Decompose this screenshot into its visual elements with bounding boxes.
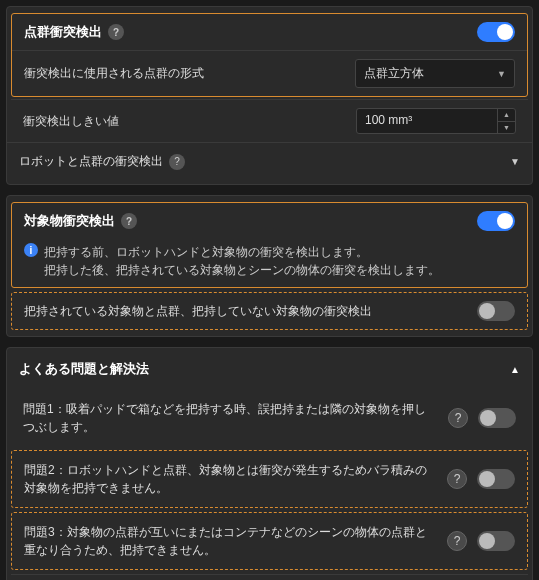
label-pointcloud-format: 衝突検出に使用される点群の形式	[24, 65, 345, 82]
section-header-target: 対象物衝突検出 ?	[12, 203, 527, 239]
pointcloud-collision-toggle[interactable]	[477, 22, 515, 42]
faq-item: 問題1：吸着パッドで箱などを把持する時、誤把持または隣の対象物を押しつぶします。…	[11, 390, 528, 446]
section-header-faq[interactable]: よくある問題と解決法 ▲	[7, 352, 532, 386]
row-held-target-collision: 把持されている対象物と点群、把持していない対象物の衝突検出	[12, 293, 527, 329]
faq-text: 問題2：ロボットハンドと点群、対象物とは衝突が発生するためバラ積みの対象物を把持…	[24, 461, 431, 497]
help-icon[interactable]: ?	[447, 469, 467, 489]
chevron-up-icon: ▲	[510, 364, 520, 375]
chevron-down-icon: ▼	[497, 69, 506, 79]
dropdown-pointcloud-format[interactable]: 点群立方体 ▼	[355, 59, 515, 88]
row-pointcloud-format: 衝突検出に使用される点群の形式 点群立方体 ▼	[12, 50, 527, 96]
faq-item-wrap: 問題3：対象物の点群が互いにまたはコンテナなどのシーンの物体の点群と重なり合うた…	[11, 512, 528, 570]
highlight-box-3: 把持されている対象物と点群、把持していない対象物の衝突検出	[11, 292, 528, 330]
faq-item: 問題4：混載パレタイジングのプロジェクトでは箱のサイズがバラバラで衝突が発生しま…	[11, 574, 528, 580]
label-threshold: 衝突検出しきい値	[23, 113, 346, 130]
stepper-down-icon[interactable]: ▼	[498, 122, 515, 134]
help-icon[interactable]: ?	[447, 531, 467, 551]
faq-panel: よくある問題と解決法 ▲ 問題1：吸着パッドで箱などを把持する時、誤把持または隣…	[6, 347, 533, 580]
threshold-value: 100 mm³	[357, 109, 497, 133]
target-collision-panel: 対象物衝突検出 ? i 把持する前、ロボットハンドと対象物の衝突を検出します。 …	[6, 195, 533, 337]
target-collision-toggle[interactable]	[477, 211, 515, 231]
faq-item: 問題2：ロボットハンドと点群、対象物とは衝突が発生するためバラ積みの対象物を把持…	[12, 451, 527, 507]
threshold-stepper[interactable]: 100 mm³ ▲ ▼	[356, 108, 516, 134]
faq-text: 問題1：吸着パッドで箱などを把持する時、誤把持または隣の対象物を押しつぶします。	[23, 400, 432, 436]
faq-item-wrap: 問題1：吸着パッドで箱などを把持する時、誤把持または隣の対象物を押しつぶします。…	[11, 390, 528, 446]
held-target-toggle[interactable]	[477, 301, 515, 321]
faq-toggle[interactable]	[477, 469, 515, 489]
help-icon[interactable]: ?	[169, 154, 185, 170]
section-title: 対象物衝突検出	[24, 212, 115, 230]
label-held-target: 把持されている対象物と点群、把持していない対象物の衝突検出	[24, 303, 467, 320]
section-title: よくある問題と解決法	[19, 360, 149, 378]
faq-text: 問題3：対象物の点群が互いにまたはコンテナなどのシーンの物体の点群と重なり合うた…	[24, 523, 431, 559]
stepper-up-icon[interactable]: ▲	[498, 109, 515, 122]
info-text: 把持する前、ロボットハンドと対象物の衝突を検出します。 把持した後、把持されてい…	[44, 243, 440, 279]
faq-toggle[interactable]	[478, 408, 516, 428]
chevron-down-icon: ▼	[510, 156, 520, 167]
label-robot-pointcloud: ロボットと点群の衝突検出	[19, 153, 163, 170]
help-icon[interactable]: ?	[121, 213, 137, 229]
help-icon[interactable]: ?	[108, 24, 124, 40]
highlight-box-1: 点群衝突検出 ? 衝突検出に使用される点群の形式 点群立方体 ▼	[11, 13, 528, 97]
info-icon: i	[24, 243, 38, 257]
info-block: i 把持する前、ロボットハンドと対象物の衝突を検出します。 把持した後、把持され…	[12, 239, 527, 287]
dropdown-value: 点群立方体	[364, 65, 424, 82]
faq-item-wrap: 問題4：混載パレタイジングのプロジェクトでは箱のサイズがバラバラで衝突が発生しま…	[11, 574, 528, 580]
row-threshold: 衝突検出しきい値 100 mm³ ▲ ▼	[11, 99, 528, 142]
highlight-box-2: 対象物衝突検出 ? i 把持する前、ロボットハンドと対象物の衝突を検出します。 …	[11, 202, 528, 288]
faq-list: 問題1：吸着パッドで箱などを把持する時、誤把持または隣の対象物を押しつぶします。…	[7, 390, 532, 580]
section-title: 点群衝突検出	[24, 23, 102, 41]
section-header-pointcloud: 点群衝突検出 ?	[12, 14, 527, 50]
row-robot-pointcloud-collision[interactable]: ロボットと点群の衝突検出 ? ▼	[7, 142, 532, 180]
faq-item-wrap: 問題2：ロボットハンドと点群、対象物とは衝突が発生するためバラ積みの対象物を把持…	[11, 450, 528, 508]
pointcloud-collision-panel: 点群衝突検出 ? 衝突検出に使用される点群の形式 点群立方体 ▼ 衝突検出しきい…	[6, 6, 533, 185]
faq-item: 問題3：対象物の点群が互いにまたはコンテナなどのシーンの物体の点群と重なり合うた…	[12, 513, 527, 569]
faq-toggle[interactable]	[477, 531, 515, 551]
help-icon[interactable]: ?	[448, 408, 468, 428]
